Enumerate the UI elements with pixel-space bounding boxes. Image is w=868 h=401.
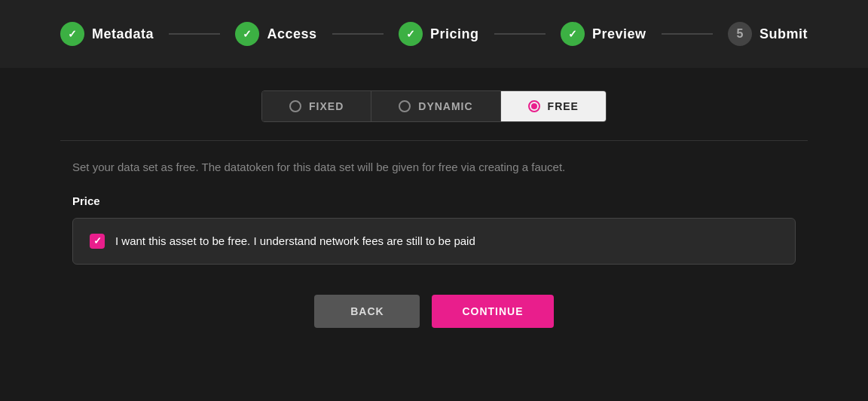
stepper: ✓ Metadata ✓ Access ✓ Pricing ✓ Preview …: [0, 0, 868, 68]
step-access-label: Access: [267, 26, 316, 42]
button-row: BACK CONTINUE: [314, 295, 553, 328]
tab-fixed-radio: [289, 100, 301, 112]
tab-fixed[interactable]: FIXED: [262, 91, 371, 121]
step-access-icon: ✓: [235, 22, 259, 46]
connector-4: [662, 33, 713, 35]
back-button[interactable]: BACK: [314, 295, 420, 328]
free-asset-checkbox[interactable]: ✓: [90, 234, 105, 249]
step-preview-icon: ✓: [561, 22, 585, 46]
pricing-tabs: FIXED DYNAMIC FREE: [261, 90, 607, 122]
tab-dynamic[interactable]: DYNAMIC: [371, 91, 500, 121]
step-submit-label: Submit: [760, 26, 808, 42]
step-submit-icon: 5: [728, 22, 752, 46]
tab-dynamic-label: DYNAMIC: [418, 100, 472, 112]
checkbox-check-icon: ✓: [93, 235, 102, 246]
step-pricing: ✓ Pricing: [399, 22, 479, 46]
connector-1: [169, 33, 220, 35]
step-preview-label: Preview: [592, 26, 646, 42]
tab-free-label: FREE: [548, 100, 579, 112]
step-metadata: ✓ Metadata: [60, 22, 154, 46]
step-metadata-label: Metadata: [92, 26, 154, 42]
price-section-label: Price: [72, 194, 796, 207]
tab-free[interactable]: FREE: [501, 91, 606, 121]
connector-2: [332, 33, 384, 35]
checkbox-container: ✓ I want this asset to be free. I unders…: [72, 218, 796, 265]
checkbox-label-text: I want this asset to be free. I understa…: [115, 234, 475, 247]
continue-button[interactable]: CONTINUE: [432, 295, 553, 328]
main-content: FIXED DYNAMIC FREE Set your data set as …: [0, 68, 868, 350]
step-preview: ✓ Preview: [561, 22, 646, 46]
tab-free-radio: [528, 100, 540, 112]
step-pricing-label: Pricing: [430, 26, 479, 42]
step-pricing-icon: ✓: [399, 22, 423, 46]
step-access: ✓ Access: [235, 22, 316, 46]
tab-dynamic-radio: [399, 100, 411, 112]
connector-3: [494, 33, 546, 35]
tab-divider: [60, 140, 808, 141]
tab-fixed-label: FIXED: [309, 100, 344, 112]
step-metadata-icon: ✓: [60, 22, 84, 46]
step-submit: 5 Submit: [728, 22, 808, 46]
content-area: Set your data set as free. The datatoken…: [72, 159, 796, 265]
description-text: Set your data set as free. The datatoken…: [72, 159, 796, 176]
